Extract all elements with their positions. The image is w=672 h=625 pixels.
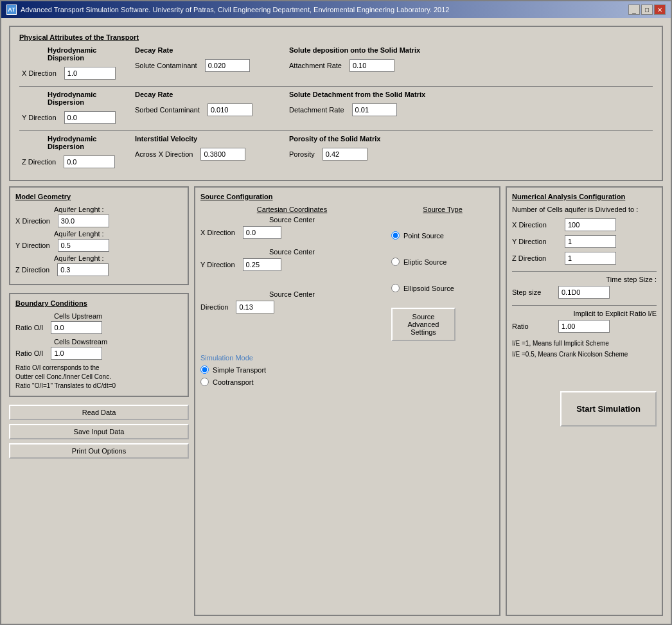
geom-z-input[interactable] (57, 263, 109, 276)
solute-contaminant-label: Solute Contaminant (135, 62, 197, 69)
ratio-input[interactable] (558, 320, 610, 333)
source-config-panel: Source Configuration Cartesian Coordinat… (194, 186, 500, 616)
geom-x-input[interactable] (58, 215, 109, 227)
simple-transport-label: Simple Transport (213, 366, 266, 374)
aquifer-length-z-label: Aquifer Lenght : (54, 254, 182, 262)
start-simulation-button[interactable]: Start Simulation (560, 391, 657, 427)
ratio-oi-input-2[interactable] (51, 347, 102, 360)
y-direction-label-1: Y Direction (22, 114, 57, 121)
attachment-rate-input[interactable] (349, 59, 394, 72)
sorbed-contaminant-input[interactable] (208, 103, 252, 116)
simulation-mode-section: Simulation Mode Simple Transport Cootran… (200, 341, 494, 386)
model-geometry-panel: Model Geometry Aquifer Lenght : X Direct… (9, 186, 189, 285)
window-title: Advanced Transport Simulation Software. … (21, 6, 449, 13)
hyd-disp-label-3: Hydrodynamic Dispersion (48, 135, 122, 150)
eliptic-source-radio[interactable] (391, 258, 400, 266)
detachment-rate-label: Detachment Rate (289, 106, 344, 114)
ratio-oi-label-1: Ratio O/I (15, 324, 43, 331)
geom-y-input[interactable] (58, 239, 109, 252)
solid-detachment-label: Solute Detachment from the Solid Matrix (289, 91, 425, 98)
interstitial-label: Interstitial Velocity (135, 135, 197, 143)
simulation-mode-label: Simulation Mode (200, 354, 494, 362)
z-direction-label-1: Z Direction (22, 158, 56, 166)
ratio-ie-label: Implicit to Explicit Ratio I/E (512, 310, 657, 317)
ratio-oi-label-2: Ratio O/I (15, 349, 43, 357)
source-type-label: Source Type (391, 206, 494, 213)
time-step-label: Time step Size : (512, 276, 657, 283)
num-y-dir-label: Y Direction (512, 238, 557, 245)
cartesian-label: Cartesian Coordinates (200, 206, 384, 213)
source-center-x-label: Source Center (200, 216, 384, 224)
cells-aquifer-label: Number of Cells aquifer is Diviveded to … (512, 206, 657, 213)
solid-matrix-label: Solute deposition onto the Solid Matrix (289, 46, 420, 54)
ratio-oi-input-1[interactable] (51, 321, 102, 334)
source-x-dir-label: X Direction (200, 229, 235, 236)
physical-panel-title: Physical Attributes of the Transport (19, 33, 653, 41)
cartesian-coords-section: Cartesian Coordinates Source Center X Di… (200, 206, 384, 341)
num-x-dir-label: X Direction (512, 221, 557, 229)
solute-contaminant-input[interactable] (205, 59, 250, 72)
sorbed-contaminant-label: Sorbed Contaminant (135, 106, 200, 114)
attachment-rate-label: Attachment Rate (289, 62, 342, 69)
decay-rate-label-2: Decay Rate (135, 91, 173, 98)
app-icon: AT (6, 4, 17, 15)
geom-x-direction-label: X Direction (15, 217, 50, 225)
cells-downstream-label: Cells Dowstream (54, 338, 182, 346)
left-column: Model Geometry Aquifer Lenght : X Direct… (9, 186, 189, 616)
decay-rate-label-1: Decay Rate (135, 46, 173, 54)
num-z-input[interactable] (565, 252, 616, 265)
ellipsoid-source-label: Ellipsoid Source (403, 285, 454, 292)
source-center-y-label: Source Center (200, 248, 384, 256)
aquifer-length-x-label: Aquifer Lenght : (54, 206, 182, 213)
across-x-label: Across X Direction (135, 150, 193, 158)
num-x-input[interactable] (565, 218, 616, 231)
detachment-rate-input[interactable] (352, 103, 397, 116)
read-data-button[interactable]: Read Data (9, 405, 189, 420)
num-z-dir-label: Z Direction (512, 254, 557, 262)
bottom-section: Model Geometry Aquifer Lenght : X Direct… (9, 186, 663, 616)
ellipsoid-source-radio[interactable] (391, 284, 400, 292)
x-dispersion-input[interactable] (64, 67, 116, 80)
advanced-settings-button[interactable]: Source Advanced Settings (391, 308, 455, 341)
source-x-input[interactable] (243, 226, 281, 239)
main-window: AT Advanced Transport Simulation Softwar… (0, 0, 672, 625)
print-options-button[interactable]: Print Out Options (9, 443, 189, 459)
cootransport-radio[interactable] (200, 378, 209, 386)
ie-note-1: I/E =1, Means full Implicit Scheme (512, 339, 657, 348)
minimize-button[interactable]: _ (628, 4, 640, 15)
aquifer-length-y-label: Aquifer Lenght : (54, 230, 182, 238)
maximize-button[interactable]: □ (641, 4, 653, 15)
hyd-disp-label-1: Hydrodynamic Dispersion (48, 46, 122, 62)
point-source-radio[interactable] (391, 231, 400, 240)
cootransport-label: Cootransport (213, 378, 254, 386)
z-dispersion-input[interactable] (64, 155, 115, 168)
num-y-input[interactable] (565, 235, 616, 248)
x-direction-label-1: X Direction (22, 69, 57, 77)
ie-note-2: I/E =0.5, Means Crank Nicolson Scheme (512, 350, 657, 359)
porosity-input[interactable] (323, 148, 367, 161)
save-data-button[interactable]: Save Input Data (9, 424, 189, 439)
close-button[interactable]: ✕ (654, 4, 666, 15)
boundary-conditions-panel: Boundary Conditions Cells Upstream Ratio… (9, 293, 189, 397)
eliptic-source-label: Eliptic Source (403, 258, 447, 266)
ratio-field-label: Ratio (512, 322, 551, 330)
across-x-input[interactable] (200, 148, 245, 161)
y-dispersion-input[interactable] (64, 111, 116, 124)
step-size-label: Step size (512, 288, 551, 296)
step-size-input[interactable] (558, 286, 610, 299)
title-bar-controls: _ □ ✕ (628, 4, 666, 15)
physical-attributes-panel: Physical Attributes of the Transport Hyd… (9, 26, 663, 181)
source-z-dir-label: Direction (200, 303, 228, 311)
porosity-label: Porosity (289, 150, 315, 158)
hyd-disp-label-2: Hydrodynamic Dispersion (48, 91, 122, 106)
source-z-input[interactable] (236, 301, 274, 313)
source-center-z-label: Source Center (200, 290, 384, 298)
porosity-solid-label: Porosity of the Solid Matrix (289, 135, 380, 143)
numerical-analysis-title: Numerical Analysis Configuration (512, 193, 657, 200)
model-geometry-title: Model Geometry (15, 193, 182, 200)
source-config-title: Source Configuration (200, 193, 494, 200)
source-y-input[interactable] (243, 258, 281, 271)
title-bar-left: AT Advanced Transport Simulation Softwar… (6, 4, 449, 15)
simple-transport-radio[interactable] (200, 365, 209, 374)
start-sim-container: Start Simulation (512, 372, 657, 427)
